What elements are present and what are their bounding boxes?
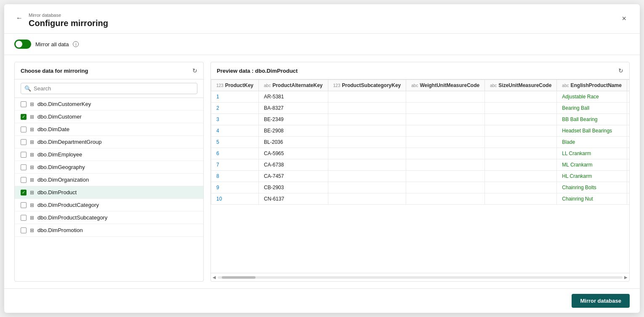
back-button[interactable]: ← bbox=[14, 13, 24, 23]
scroll-thumb[interactable] bbox=[222, 276, 255, 279]
table-cell: CB-2903 bbox=[259, 182, 328, 193]
table-checkbox[interactable] bbox=[21, 114, 27, 120]
table-column-header: 123ProductKey bbox=[211, 80, 259, 91]
table-name-label: dbo.DimProductCategory bbox=[37, 202, 99, 208]
table-cell: BA-8327 bbox=[259, 103, 328, 114]
table-checkbox[interactable] bbox=[21, 177, 27, 183]
table-cell bbox=[406, 182, 485, 193]
search-box: 🔍 bbox=[15, 79, 203, 98]
scroll-left-icon[interactable]: ◀ bbox=[211, 275, 218, 280]
table-cell: 8 bbox=[211, 171, 259, 182]
table-cell bbox=[406, 159, 485, 171]
table-cell bbox=[328, 182, 406, 193]
table-checkbox[interactable] bbox=[21, 227, 27, 233]
right-panel-title: Preview data : dbo.DimProduct bbox=[217, 68, 298, 74]
table-cell: 7 bbox=[211, 159, 259, 171]
table-cell bbox=[627, 125, 629, 137]
header-left: ← Mirror database Configure mirroring bbox=[14, 13, 108, 28]
left-panel: Choose data for mirroring ↻ 🔍 ⊞dbo.DimCu… bbox=[14, 62, 204, 282]
table-list-item[interactable]: ⊞dbo.DimOrganization bbox=[15, 174, 203, 186]
table-cell: 9 bbox=[211, 182, 259, 193]
table-checkbox[interactable] bbox=[21, 190, 27, 195]
table-grid-icon: ⊞ bbox=[30, 139, 34, 145]
table-list-item[interactable]: ⊞dbo.DimDate bbox=[15, 123, 203, 136]
table-cell bbox=[485, 103, 557, 114]
table-list-item[interactable]: ⊞dbo.DimPromotion bbox=[15, 224, 203, 237]
table-cell bbox=[406, 114, 485, 125]
table-checkbox[interactable] bbox=[21, 139, 27, 145]
table-list-item[interactable]: ⊞dbo.DimCustomerKey bbox=[15, 98, 203, 111]
table-cell: Bearing Ball bbox=[557, 103, 627, 114]
right-panel-refresh-icon[interactable]: ↻ bbox=[618, 67, 623, 74]
mirror-all-row: Mirror all data i bbox=[4, 34, 640, 55]
table-cell bbox=[328, 114, 406, 125]
table-row: 9CB-2903Chainring Bolts bbox=[211, 182, 630, 193]
table-cell bbox=[328, 103, 406, 114]
table-list-item[interactable]: ⊞dbo.DimDepartmentGroup bbox=[15, 136, 203, 148]
content-area: Choose data for mirroring ↻ 🔍 ⊞dbo.DimCu… bbox=[4, 55, 640, 288]
table-name-label: dbo.DimGeography bbox=[37, 164, 85, 170]
table-cell bbox=[627, 193, 629, 205]
table-cell bbox=[627, 171, 629, 182]
mirror-database-button[interactable]: Mirror database bbox=[572, 294, 630, 308]
table-checkbox[interactable] bbox=[21, 101, 27, 107]
table-cell: BL-2036 bbox=[259, 137, 328, 148]
table-cell bbox=[406, 171, 485, 182]
mirror-all-info-icon[interactable]: i bbox=[73, 41, 79, 47]
table-cell bbox=[485, 137, 557, 148]
table-cell bbox=[406, 148, 485, 159]
right-panel: Preview data : dbo.DimProduct ↻ 123Produ… bbox=[210, 62, 630, 282]
table-list-item[interactable]: ⊞dbo.DimEmployee bbox=[15, 148, 203, 161]
table-name-label: dbo.DimCustomerKey bbox=[37, 101, 91, 107]
table-cell bbox=[328, 193, 406, 205]
table-grid-icon: ⊞ bbox=[30, 127, 34, 132]
table-list-item[interactable]: ⊞dbo.DimGeography bbox=[15, 161, 203, 174]
table-cell: HL Crankarm bbox=[557, 171, 627, 182]
col-type-label: 123 bbox=[216, 83, 224, 88]
table-cell: 2 bbox=[211, 103, 259, 114]
col-type-label: abc bbox=[562, 83, 569, 88]
table-row: 6CA-5965LL Crankarm bbox=[211, 148, 630, 159]
table-checkbox[interactable] bbox=[21, 164, 27, 170]
table-cell: BE-2908 bbox=[259, 125, 328, 137]
table-checkbox[interactable] bbox=[21, 152, 27, 158]
table-checkbox[interactable] bbox=[21, 215, 27, 221]
table-name-label: dbo.DimEmployee bbox=[37, 151, 82, 158]
table-name-label: dbo.DimOrganization bbox=[37, 177, 89, 183]
table-cell: 5 bbox=[211, 137, 259, 148]
table-checkbox[interactable] bbox=[21, 202, 27, 208]
data-table-wrapper[interactable]: 123ProductKeyabcProductAlternateKey123Pr… bbox=[211, 79, 629, 273]
table-cell bbox=[328, 171, 406, 182]
table-row: 7CA-6738ML Crankarm bbox=[211, 159, 630, 171]
table-cell: CN-6137 bbox=[259, 193, 328, 205]
table-cell: CA-6738 bbox=[259, 159, 328, 171]
table-cell bbox=[627, 137, 629, 148]
table-name-label: dbo.DimDate bbox=[37, 126, 69, 132]
scroll-track[interactable] bbox=[218, 276, 623, 279]
table-cell: CA-5965 bbox=[259, 148, 328, 159]
table-cell bbox=[328, 91, 406, 103]
table-checkbox[interactable] bbox=[21, 127, 27, 132]
scroll-right-icon[interactable]: ▶ bbox=[623, 275, 629, 280]
table-cell bbox=[485, 114, 557, 125]
table-row: 10CN-6137Chainring Nut bbox=[211, 193, 630, 205]
table-cell: Chainring Nut bbox=[557, 193, 627, 205]
table-cell bbox=[627, 103, 629, 114]
table-list-item[interactable]: ⊞dbo.DimProductSubcategory bbox=[15, 211, 203, 224]
mirror-all-toggle[interactable] bbox=[14, 40, 31, 49]
left-panel-header: Choose data for mirroring ↻ bbox=[15, 62, 203, 79]
left-panel-refresh-icon[interactable]: ↻ bbox=[192, 67, 197, 74]
table-list-item[interactable]: ⊞dbo.DimProduct bbox=[15, 186, 203, 199]
table-cell bbox=[485, 91, 557, 103]
table-cell bbox=[485, 148, 557, 159]
data-table: 123ProductKeyabcProductAlternateKey123Pr… bbox=[211, 79, 629, 205]
close-button[interactable]: × bbox=[618, 13, 630, 25]
dialog-title: Configure mirroring bbox=[29, 18, 108, 28]
table-column-header: 123ProductSubcategoryKey bbox=[328, 80, 406, 91]
table-list-item[interactable]: ⊞dbo.DimCustomer bbox=[15, 111, 203, 123]
col-type-label: 123 bbox=[333, 83, 341, 88]
search-input[interactable] bbox=[34, 85, 194, 92]
table-column-header: abcEnglishProductName bbox=[557, 80, 627, 91]
table-grid-icon: ⊞ bbox=[30, 164, 34, 170]
table-list-item[interactable]: ⊞dbo.DimProductCategory bbox=[15, 199, 203, 211]
